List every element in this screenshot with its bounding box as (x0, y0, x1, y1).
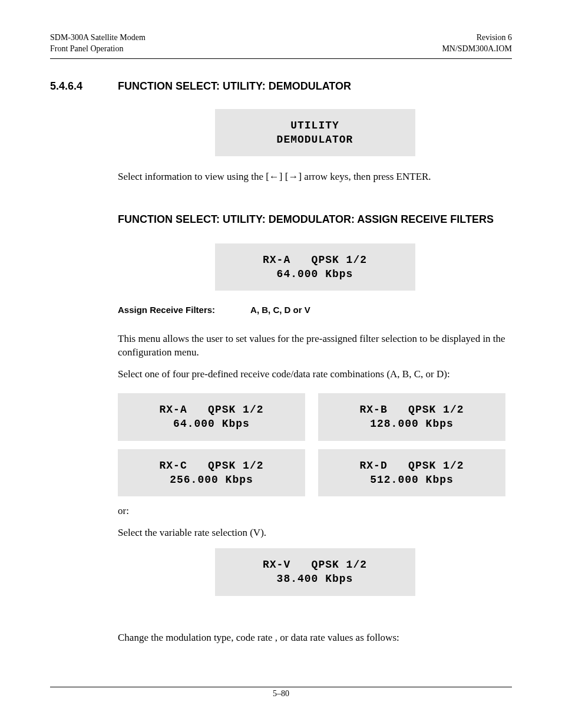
lcd-rx-v-line1: RX-V QPSK 1/2 (221, 558, 409, 572)
arrow-left-icon: ← (269, 171, 279, 182)
page: SDM-300A Satellite Modem Front Panel Ope… (0, 0, 562, 728)
lcd-rx-c: RX-C QPSK 1/2 256.000 Kbps (118, 449, 305, 497)
para1-b: ] [ (279, 171, 289, 182)
lcd-grid: RX-A QPSK 1/2 64.000 Kbps RX-B QPSK 1/2 … (118, 393, 512, 496)
header-right-line1: Revision 6 (477, 33, 512, 42)
paragraph-select-four: Select one of four pre-defined receive c… (118, 368, 512, 381)
lcd-rx-b-line2: 128.000 Kbps (324, 417, 500, 431)
lcd-rx-a-line1: RX-A QPSK 1/2 (124, 403, 299, 417)
section-heading-row: 5.4.6.4 FUNCTION SELECT: UTILITY: DEMODU… (50, 80, 512, 93)
lcd-utility: UTILITY DEMODULATOR (215, 109, 415, 157)
header-left: SDM-300A Satellite Modem Front Panel Ope… (50, 32, 146, 55)
lcd-rx-c-line2: 256.000 Kbps (124, 473, 299, 487)
page-footer: 5–80 (50, 687, 512, 699)
lcd-rxa-main-line1: RX-A QPSK 1/2 (221, 253, 409, 267)
body-column: UTILITY DEMODULATOR Select information t… (118, 109, 512, 645)
assign-receive-filters-line: Assign Receive Filters:A, B, C, D or V (118, 305, 512, 315)
header-right: Revision 6 MN/SDM300A.IOM (442, 32, 512, 55)
page-number: 5–80 (50, 689, 512, 699)
lcd-utility-line1: UTILITY (221, 118, 409, 133)
para1-c: ] arrow keys, then press ENTER. (298, 171, 431, 182)
content: 5.4.6.4 FUNCTION SELECT: UTILITY: DEMODU… (50, 80, 512, 645)
header-left-line1: SDM-300A Satellite Modem (50, 33, 146, 42)
header-left-line2: Front Panel Operation (50, 44, 123, 53)
paragraph-or: or: (118, 505, 512, 518)
arrow-right-icon: → (288, 171, 298, 182)
subsection-title: FUNCTION SELECT: UTILITY: DEMODULATOR: A… (118, 212, 512, 226)
assign-label: Assign Receive Filters: (118, 305, 215, 315)
lcd-rxv-wrap: RX-V QPSK 1/2 38.400 Kbps (215, 548, 415, 596)
assign-values: A, B, C, D or V (250, 305, 310, 315)
paragraph-menu-desc: This menu allows the user to set values … (118, 332, 512, 360)
lcd-rx-v: RX-V QPSK 1/2 38.400 Kbps (215, 548, 415, 596)
para1-a: Select information to view using the [ (118, 171, 269, 182)
section-title: FUNCTION SELECT: UTILITY: DEMODULATOR (118, 80, 351, 93)
lcd-utility-wrap: UTILITY DEMODULATOR (215, 109, 415, 157)
footer-rule (50, 687, 512, 687)
lcd-rx-c-line1: RX-C QPSK 1/2 (124, 459, 299, 473)
header-right-line2: MN/SDM300A.IOM (442, 44, 512, 53)
header-rule (50, 58, 512, 59)
lcd-rx-d: RX-D QPSK 1/2 512.000 Kbps (318, 449, 505, 497)
lcd-rx-d-line1: RX-D QPSK 1/2 (324, 459, 500, 473)
lcd-utility-line2: DEMODULATOR (221, 133, 409, 147)
lcd-rxa-main-wrap: RX-A QPSK 1/2 64.000 Kbps (215, 243, 415, 291)
lcd-rx-b: RX-B QPSK 1/2 128.000 Kbps (318, 393, 505, 441)
lcd-rxa-main: RX-A QPSK 1/2 64.000 Kbps (215, 243, 415, 291)
lcd-rx-b-line1: RX-B QPSK 1/2 (324, 403, 500, 417)
lcd-rxa-main-line2: 64.000 Kbps (221, 267, 409, 281)
paragraph-change-instruction: Change the modulation type, code rate , … (118, 631, 512, 645)
lcd-rx-a: RX-A QPSK 1/2 64.000 Kbps (118, 393, 305, 441)
paragraph-arrow-instruction: Select information to view using the [←]… (118, 170, 512, 184)
lcd-rx-d-line2: 512.000 Kbps (324, 473, 500, 487)
lcd-rx-v-line2: 38.400 Kbps (221, 572, 409, 586)
page-header: SDM-300A Satellite Modem Front Panel Ope… (50, 32, 512, 55)
paragraph-variable-rate: Select the variable rate selection (V). (118, 526, 512, 540)
section-number: 5.4.6.4 (50, 80, 118, 93)
lcd-rx-a-line2: 64.000 Kbps (124, 417, 299, 431)
